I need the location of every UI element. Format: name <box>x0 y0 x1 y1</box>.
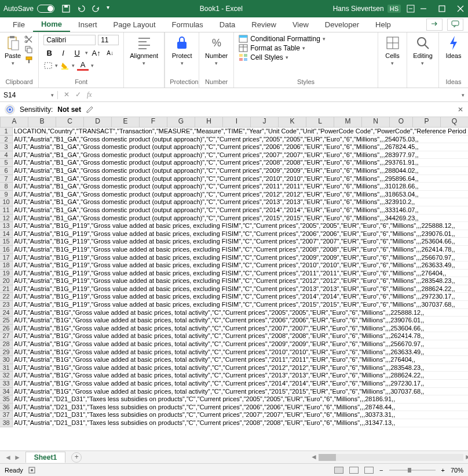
col-header-D[interactable]: D <box>84 117 112 128</box>
font-size-select[interactable] <box>98 35 119 45</box>
redo-icon[interactable] <box>92 4 101 13</box>
cell-styles-button[interactable]: Cell Styles ▾ <box>239 53 326 61</box>
menu-data[interactable]: Data <box>211 18 243 31</box>
cell-a15[interactable]: AUT,"Austria","B1G_P119","Gross value ad… <box>13 238 468 246</box>
row-header-10[interactable]: 10 <box>0 198 13 206</box>
cell-a17[interactable]: AUT,"Austria","B1G_P119","Gross value ad… <box>13 254 468 262</box>
cell-a19[interactable]: AUT,"Austria","B1G_P119","Gross value ad… <box>13 270 468 278</box>
zoom-slider[interactable] <box>389 470 436 471</box>
borders-icon[interactable] <box>43 61 53 70</box>
add-sheet-button[interactable]: + <box>71 452 82 463</box>
chevron-down-icon[interactable]: ▾ <box>91 63 94 68</box>
col-header-J[interactable]: J <box>251 117 279 128</box>
table-row[interactable]: 1LOCATION,"Country","TRANSACT","Transact… <box>0 128 468 136</box>
underline-button[interactable]: U <box>71 48 83 58</box>
col-header-O[interactable]: O <box>390 117 413 128</box>
table-row[interactable]: 14AUT,"Austria","B1G_P119","Gross value … <box>0 230 468 238</box>
table-row[interactable]: 31AUT,"Austria","B1G","Gross value added… <box>0 364 468 372</box>
row-header-33[interactable]: 33 <box>0 380 13 388</box>
menu-home[interactable]: Home <box>33 17 70 32</box>
scroll-right-icon[interactable]: ► <box>465 453 468 461</box>
row-header-34[interactable]: 34 <box>0 388 13 396</box>
cell-a6[interactable]: AUT,"Austria","B1_GA","Gross domestic pr… <box>13 167 468 175</box>
cells-button[interactable]: Cells ▾ <box>385 35 401 66</box>
row-header-29[interactable]: 29 <box>0 348 13 357</box>
cell-a29[interactable]: AUT,"Austria","B1G","Gross value added a… <box>13 348 468 357</box>
row-header-26[interactable]: 26 <box>0 325 13 333</box>
table-row[interactable]: 37AUT,"Austria","D21_D31","Taxes less su… <box>0 411 468 419</box>
col-header-N[interactable]: N <box>362 117 390 128</box>
row-header-14[interactable]: 14 <box>0 230 13 238</box>
col-header-E[interactable]: E <box>112 117 140 128</box>
cell-a25[interactable]: AUT,"Austria","B1G","Gross value added a… <box>13 317 468 325</box>
row-header-23[interactable]: 23 <box>0 301 13 309</box>
row-header-27[interactable]: 27 <box>0 332 13 340</box>
row-header-9[interactable]: 9 <box>0 191 13 199</box>
row-header-7[interactable]: 7 <box>0 175 13 183</box>
table-row[interactable]: 11AUT,"Austria","B1_GA","Gross domestic … <box>0 206 468 215</box>
close-icon[interactable] <box>456 5 465 13</box>
table-row[interactable]: 29AUT,"Austria","B1G","Gross value added… <box>0 348 468 357</box>
table-row[interactable]: 5AUT,"Austria","B1_GA","Gross domestic p… <box>0 159 468 167</box>
cell-a22[interactable]: AUT,"Austria","B1G_P119","Gross value ad… <box>13 293 468 301</box>
table-row[interactable]: 21AUT,"Austria","B1G_P119","Gross value … <box>0 285 468 293</box>
name-box[interactable]: S14 ▾ <box>0 91 58 99</box>
autosave-toggle[interactable] <box>37 5 54 13</box>
cell-a13[interactable]: AUT,"Austria","B1G_P119","Gross value ad… <box>13 222 468 230</box>
cell-a12[interactable]: AUT,"Austria","B1_GA","Gross domestic pr… <box>13 215 468 223</box>
row-header-1[interactable]: 1 <box>0 128 13 136</box>
copy-icon[interactable] <box>24 45 34 53</box>
table-row[interactable]: 6AUT,"Austria","B1_GA","Gross domestic p… <box>0 167 468 175</box>
cell-a8[interactable]: AUT,"Austria","B1_GA","Gross domestic pr… <box>13 183 468 191</box>
cell-a16[interactable]: AUT,"Austria","B1G_P119","Gross value ad… <box>13 246 468 254</box>
table-row[interactable]: 22AUT,"Austria","B1G_P119","Gross value … <box>0 293 468 301</box>
table-row[interactable]: 34AUT,"Austria","B1G","Gross value added… <box>0 388 468 396</box>
table-row[interactable]: 19AUT,"Austria","B1G_P119","Gross value … <box>0 270 468 278</box>
cell-a18[interactable]: AUT,"Austria","B1G_P119","Gross value ad… <box>13 261 468 270</box>
table-row[interactable]: 30AUT,"Austria","B1G","Gross value added… <box>0 356 468 364</box>
col-header-Q[interactable]: Q <box>441 117 468 128</box>
col-header-A[interactable]: A <box>1 117 28 128</box>
table-row[interactable]: 3AUT,"Austria","B1_GA","Gross domestic p… <box>0 143 468 151</box>
table-row[interactable]: 15AUT,"Austria","B1G_P119","Gross value … <box>0 238 468 246</box>
share-icon[interactable] <box>426 19 443 31</box>
menu-view[interactable]: View <box>284 18 317 31</box>
edit-sensitivity-icon[interactable] <box>86 106 94 114</box>
menu-help[interactable]: Help <box>367 18 399 31</box>
col-header-M[interactable]: M <box>334 117 362 128</box>
row-header-4[interactable]: 4 <box>0 151 13 159</box>
cell-a37[interactable]: AUT,"Austria","D21_D31","Taxes less subs… <box>13 411 468 419</box>
close-sensitivity-icon[interactable]: ✕ <box>458 106 463 114</box>
menu-review[interactable]: Review <box>243 18 284 31</box>
cell-a5[interactable]: AUT,"Austria","B1_GA","Gross domestic pr… <box>13 159 468 167</box>
cancel-icon[interactable]: ✕ <box>64 90 70 99</box>
table-row[interactable]: 16AUT,"Austria","B1G_P119","Gross value … <box>0 246 468 254</box>
zoom-value[interactable]: 70% <box>451 467 463 474</box>
sensitivity-icon[interactable] <box>5 104 15 115</box>
cell-a20[interactable]: AUT,"Austria","B1G_P119","Gross value ad… <box>13 277 468 285</box>
col-header-I[interactable]: I <box>223 117 251 128</box>
fill-color-icon[interactable] <box>60 61 70 70</box>
table-row[interactable]: 7AUT,"Austria","B1_GA","Gross domestic p… <box>0 175 468 183</box>
row-header-11[interactable]: 11 <box>0 206 13 215</box>
row-header-13[interactable]: 13 <box>0 222 13 230</box>
cut-icon[interactable] <box>24 35 34 43</box>
col-header-B[interactable]: B <box>28 117 56 128</box>
ideas-button[interactable]: Ideas <box>445 35 462 59</box>
row-header-15[interactable]: 15 <box>0 238 13 246</box>
cell-a27[interactable]: AUT,"Austria","B1G","Gross value added a… <box>13 332 468 340</box>
row-header-17[interactable]: 17 <box>0 254 13 262</box>
row-header-24[interactable]: 24 <box>0 309 13 317</box>
row-header-16[interactable]: 16 <box>0 246 13 254</box>
tab-next-icon[interactable]: ► <box>14 453 21 462</box>
table-row[interactable]: 26AUT,"Austria","B1G","Gross value added… <box>0 325 468 333</box>
table-row[interactable]: 32AUT,"Austria","B1G","Gross value added… <box>0 372 468 380</box>
row-header-6[interactable]: 6 <box>0 167 13 175</box>
format-table-button[interactable]: Format as Table ▾ <box>239 44 326 52</box>
tab-prev-icon[interactable]: ◄ <box>5 453 12 462</box>
undo-icon[interactable] <box>76 4 86 13</box>
row-header-19[interactable]: 19 <box>0 270 13 278</box>
zoom-in-icon[interactable]: + <box>441 467 445 474</box>
row-header-25[interactable]: 25 <box>0 317 13 325</box>
row-header-12[interactable]: 12 <box>0 215 13 223</box>
